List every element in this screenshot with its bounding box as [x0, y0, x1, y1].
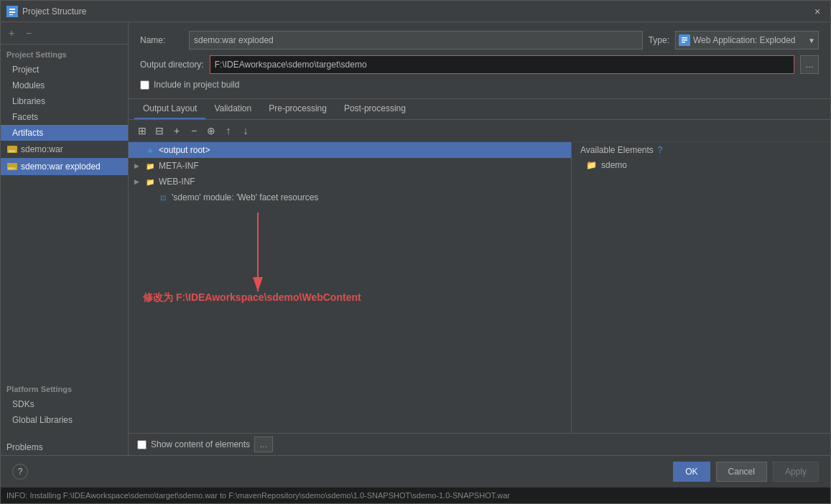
svg-text:war: war [8, 149, 16, 153]
svg-rect-3 [9, 14, 13, 15]
folder-icon-meta: 📁 [144, 160, 156, 172]
add-artifact-button[interactable]: + [4, 25, 19, 41]
module-icon: ⊡ [157, 192, 169, 203]
arrow-svg [186, 205, 401, 335]
available-pane: Available Elements ? 📁 sdemo [572, 142, 830, 433]
right-panel: Name: Type: Web Application: Exploded ▼ … [129, 22, 830, 455]
tab-validation[interactable]: Validation [205, 99, 260, 119]
split-pane: ◈ <output root> ▶ 📁 META-INF ▶ 📁 WEB-INF [129, 142, 830, 433]
tabs-bar: Output Layout Validation Pre-processing … [129, 99, 830, 120]
name-label: Name: [140, 35, 183, 45]
svg-rect-10 [682, 39, 687, 41]
tab-post-processing[interactable]: Post-processing [335, 99, 414, 119]
sidebar-item-modules[interactable]: Modules [1, 78, 128, 93]
sidebar: + − Project Settings Project Modules Lib… [1, 22, 129, 455]
sidebar-item-facets[interactable]: Facets [1, 109, 128, 125]
project-settings-label: Project Settings [1, 45, 128, 62]
tree-item-output-root[interactable]: ◈ <output root> [129, 142, 571, 158]
annotation-text: 修改为 F:\IDEAworkspace\sdemo\WebContent [143, 291, 361, 304]
platform-settings-label: Platform Settings [1, 378, 128, 396]
sidebar-item-libraries[interactable]: Libraries [1, 93, 128, 109]
move-up-btn[interactable]: ↑ [220, 123, 236, 139]
output-dir-browse-button[interactable]: … [800, 55, 819, 74]
sidebar-item-sdks[interactable]: SDKs [1, 396, 128, 412]
project-structure-dialog: Project Structure × + − Project Settings… [0, 0, 831, 504]
ok-button[interactable]: OK [673, 462, 710, 482]
more-options-button[interactable]: … [254, 437, 273, 452]
dialog-title: Project Structure [22, 6, 810, 17]
tree-item-meta-inf[interactable]: ▶ 📁 META-INF [129, 158, 571, 174]
main-content: + − Project Settings Project Modules Lib… [1, 22, 830, 455]
folder-icon-web: 📁 [144, 176, 156, 187]
available-header: Available Elements ? [572, 142, 830, 158]
output-dir-input[interactable] [210, 55, 794, 74]
tree-item-web-inf[interactable]: ▶ 📁 WEB-INF [129, 174, 571, 190]
help-button[interactable]: ? [12, 464, 28, 480]
name-input[interactable] [189, 31, 643, 50]
add-btn[interactable]: + [169, 123, 185, 139]
include-in-build-row: Include in project build [140, 80, 819, 90]
svg-rect-1 [9, 9, 15, 10]
collapse-btn[interactable]: ⊟ [152, 123, 167, 139]
type-select-icon [679, 34, 690, 46]
sidebar-item-problems[interactable]: Problems [1, 439, 128, 455]
app-icon [6, 6, 18, 17]
type-select[interactable]: Web Application: Exploded ▼ [675, 31, 819, 50]
include-in-build-checkbox[interactable] [140, 80, 149, 90]
close-button[interactable]: × [810, 4, 825, 19]
bottom-bar: Show content of elements … [129, 433, 830, 455]
type-label: Type: [649, 35, 669, 45]
output-root-icon: ◈ [144, 144, 156, 156]
tree-arrow-web: ▶ [134, 178, 141, 185]
svg-rect-11 [682, 42, 685, 43]
war-exploded-icon: war+ [6, 161, 18, 172]
output-dir-row: Output directory: … [140, 55, 819, 74]
status-bar: INFO: Installing F:\IDEAworkspace\sdemo\… [1, 487, 830, 503]
available-folder-icon: 📁 [586, 160, 597, 170]
war-icon: war [6, 144, 18, 155]
content-toolbar: ⊞ ⊟ + − ⊕ ↑ ↓ [129, 120, 830, 142]
tree-pane: ◈ <output root> ▶ 📁 META-INF ▶ 📁 WEB-INF [129, 142, 572, 433]
available-help-icon[interactable]: ? [658, 145, 663, 155]
layout-btn[interactable]: ⊞ [134, 123, 150, 139]
output-dir-label: Output directory: [140, 60, 204, 70]
dialog-footer: ? OK Cancel Apply [1, 455, 830, 487]
annotation-area: 修改为 F:\IDEAworkspace\sdemo\WebContent [129, 205, 571, 335]
expand-btn[interactable]: ⊕ [203, 123, 219, 139]
tab-output-layout[interactable]: Output Layout [134, 99, 205, 119]
show-content-checkbox[interactable] [137, 440, 147, 449]
available-item-sdemo[interactable]: 📁 sdemo [572, 158, 830, 172]
title-bar: Project Structure × [1, 1, 830, 22]
name-row: Name: Type: Web Application: Exploded ▼ [140, 31, 819, 50]
sidebar-item-artifacts[interactable]: Artifacts [1, 125, 128, 141]
remove-artifact-button[interactable]: − [21, 25, 37, 41]
form-area: Name: Type: Web Application: Exploded ▼ … [129, 22, 830, 99]
artifact-item-war-exploded[interactable]: war+ sdemo:war exploded [1, 158, 128, 175]
remove-btn[interactable]: − [186, 123, 202, 139]
move-down-btn[interactable]: ↓ [238, 123, 254, 139]
svg-rect-9 [682, 37, 687, 39]
type-select-text: Web Application: Exploded [693, 35, 808, 45]
include-in-build-label: Include in project build [154, 80, 239, 90]
svg-text:war+: war+ [8, 166, 16, 170]
sidebar-item-global-libraries[interactable]: Global Libraries [1, 412, 128, 428]
show-content-label: Show content of elements [151, 439, 250, 449]
status-text: INFO: Installing F:\IDEAworkspace\sdemo\… [6, 491, 510, 500]
type-select-arrow: ▼ [808, 37, 815, 45]
sidebar-item-project[interactable]: Project [1, 62, 128, 78]
svg-rect-2 [9, 11, 15, 13]
tab-pre-processing[interactable]: Pre-processing [260, 99, 335, 119]
sidebar-toolbar: + − [1, 22, 128, 45]
tree-arrow-meta: ▶ [134, 162, 141, 169]
cancel-button[interactable]: Cancel [716, 462, 767, 482]
artifact-item-war[interactable]: war sdemo:war [1, 141, 128, 158]
apply-button[interactable]: Apply [773, 462, 819, 482]
tree-item-sdemo-module[interactable]: ⊡ 'sdemo' module: 'Web' facet resources [129, 190, 571, 205]
show-content-row: Show content of elements [137, 439, 250, 449]
